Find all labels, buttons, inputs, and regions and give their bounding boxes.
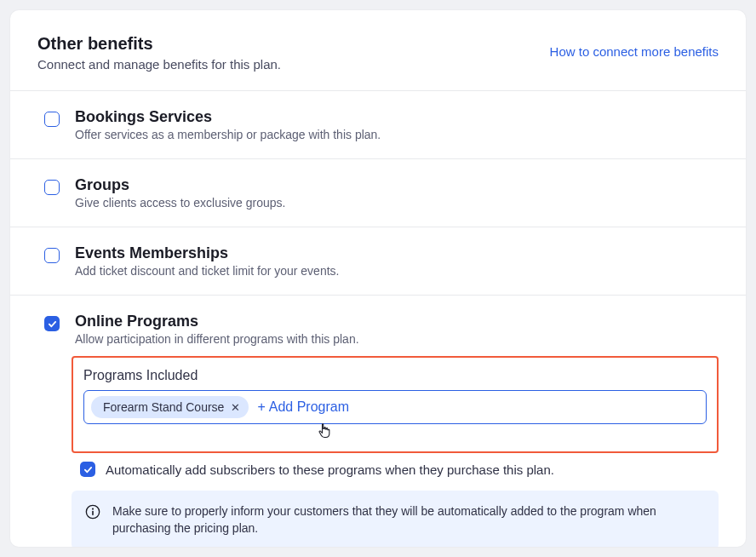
program-chip-label: Forearm Stand Course [103,400,224,414]
bookings-title: Bookings Services [75,108,381,126]
header-text: Other benefits Connect and manage benefi… [37,34,281,72]
cursor-pointer-icon [317,422,332,439]
add-program-button[interactable]: + Add Program [257,399,349,415]
events-title: Events Memberships [75,244,339,262]
help-link[interactable]: How to connect more benefits [550,44,719,59]
info-text: Make sure to properly inform your custom… [112,502,705,537]
svg-point-1 [92,508,94,510]
programs-highlight-box: Programs Included Forearm Stand Course ✕… [72,356,719,453]
benefit-row-bookings: Bookings Services Offer services as a me… [10,91,746,159]
header: Other benefits Connect and manage benefi… [10,10,746,91]
programs-label: Programs Included [83,368,707,383]
benefit-row-groups: Groups Give clients access to exclusive … [10,159,746,227]
benefit-row-events: Events Memberships Add ticket discount a… [10,227,746,296]
checkbox-auto-add[interactable] [80,462,95,477]
programs-section: Programs Included Forearm Stand Course ✕… [10,356,746,547]
add-program-label: Add Program [269,399,349,415]
check-icon [83,465,93,474]
chip-remove-icon[interactable]: ✕ [231,402,240,413]
page-subtitle: Connect and manage benefits for this pla… [37,57,281,72]
checkbox-online[interactable] [44,316,60,331]
info-icon [85,504,100,520]
program-chip: Forearm Stand Course ✕ [91,396,249,418]
checkbox-groups[interactable] [44,180,60,195]
auto-add-row: Automatically add subscribers to these p… [80,462,719,477]
check-icon [48,319,57,329]
online-title: Online Programs [75,313,359,330]
programs-input[interactable]: Forearm Stand Course ✕ + Add Program [83,390,707,424]
groups-title: Groups [75,176,285,194]
auto-add-label: Automatically add subscribers to these p… [106,462,554,477]
page-title: Other benefits [37,34,281,54]
groups-sub: Give clients access to exclusive groups. [75,196,285,210]
checkbox-bookings[interactable] [44,112,60,127]
checkbox-events[interactable] [44,248,60,263]
info-box: Make sure to properly inform your custom… [72,491,719,547]
benefit-row-online: Online Programs Allow participation in d… [10,296,746,356]
events-sub: Add ticket discount and ticket limit for… [75,264,339,278]
online-sub: Allow participation in different program… [75,332,359,346]
bookings-sub: Offer services as a membership or packag… [75,128,381,141]
svg-rect-2 [92,511,94,515]
plus-icon: + [257,399,265,415]
benefits-card: Other benefits Connect and manage benefi… [10,10,746,547]
